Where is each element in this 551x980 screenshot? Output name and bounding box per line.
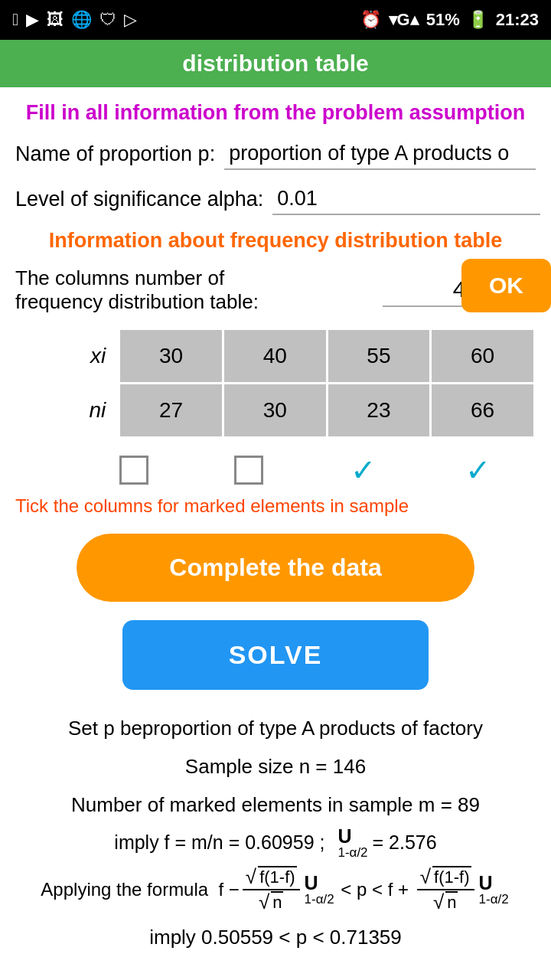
- instruction-text: Fill in all information from the problem…: [15, 101, 536, 125]
- result-line-1: Set p beproportion of type A products of…: [15, 711, 536, 745]
- left-fraction: f(1-f) n: [243, 865, 300, 914]
- facebook-icon: : [12, 10, 18, 30]
- ni-cell-2[interactable]: 30: [223, 384, 327, 438]
- right-numerator: f(1-f): [417, 865, 474, 890]
- image-icon: 🖼: [47, 10, 64, 30]
- u-subscript-text: 1-α/2: [337, 846, 367, 859]
- status-info: ⏰ ▾G▴ 51% 🔋 21:23: [360, 10, 539, 30]
- checkbox-cell-4: ✓: [421, 452, 536, 488]
- u-subscript-left: U 1-α/2: [305, 874, 334, 906]
- ni-cell-4[interactable]: 66: [431, 384, 535, 438]
- alpha-input[interactable]: [272, 184, 540, 215]
- right-denominator: n: [430, 890, 461, 914]
- checkbox-2[interactable]: [234, 456, 263, 485]
- main-content: Fill in all information from the problem…: [0, 87, 551, 980]
- columns-row: The columns number offrequency distribut…: [15, 266, 536, 314]
- u-subscript-1: U 1-α/2: [337, 827, 367, 859]
- checkbox-row: ✓ ✓: [15, 452, 536, 488]
- play-icon: ▶: [26, 10, 39, 30]
- proportion-field-row: Name of proportion p:: [15, 139, 536, 170]
- proportion-label: Name of proportion p:: [15, 142, 215, 166]
- middle-inequality: < p < f +: [336, 879, 414, 900]
- checkbox-cell-2: [191, 456, 306, 485]
- xi-cell-2[interactable]: 40: [223, 329, 327, 384]
- checkbox-cell-3: ✓: [306, 452, 421, 488]
- clock: 21:23: [496, 10, 539, 30]
- xi-row: xi 30 40 55 60: [15, 329, 535, 384]
- right-denom-inner: n: [445, 891, 458, 913]
- ni-row: ni 27 30 23 66: [15, 384, 535, 438]
- right-fraction: f(1-f) n: [417, 865, 474, 914]
- xi-label: xi: [15, 329, 119, 384]
- page-title: distribution table: [182, 51, 368, 76]
- checkbox-4[interactable]: ✓: [465, 452, 491, 488]
- xi-cell-4[interactable]: 60: [431, 329, 535, 384]
- battery-icon: 🔋: [468, 10, 488, 30]
- proportion-input[interactable]: [224, 139, 536, 170]
- imply-f-text: imply f = m/n = 0.60959 ;: [114, 831, 324, 854]
- section-title: Information about frequency distribution…: [15, 229, 536, 253]
- result-line-2: Sample size n = 146: [15, 750, 536, 783]
- u-label: U: [337, 827, 351, 846]
- applying-formula-line: Applying the formula f − f(1-f) n U 1-α/…: [15, 865, 536, 914]
- right-sqrt-inner: f(1-f): [432, 866, 471, 887]
- complete-data-button[interactable]: Complete the data: [77, 534, 474, 602]
- xi-cell-3[interactable]: 55: [327, 329, 431, 384]
- shield-icon: 🛡: [99, 10, 116, 30]
- u-subscript-right: U 1-α/2: [479, 874, 509, 906]
- left-denominator: n: [256, 890, 287, 914]
- checkbox-1[interactable]: [119, 456, 148, 485]
- battery-level: 51%: [426, 10, 460, 30]
- alarm-icon: ⏰: [360, 10, 381, 30]
- imply-f-line: imply f = m/n = 0.60959 ; U 1-α/2 = 2.57…: [15, 827, 536, 859]
- arrow-icon: ▷: [124, 10, 137, 30]
- checkbox-cell-1: [77, 456, 191, 485]
- left-sqrt-inner: f(1-f): [258, 866, 296, 887]
- u-value: = 2.576: [373, 831, 437, 854]
- header: distribution table: [0, 40, 551, 87]
- wifi-icon: ▾G▴: [389, 10, 419, 30]
- left-numerator: f(1-f): [243, 865, 300, 890]
- browser-icon: 🌐: [71, 10, 92, 30]
- ni-cell-1[interactable]: 27: [119, 384, 223, 438]
- left-denom-inner: n: [271, 891, 283, 913]
- solve-button[interactable]: SOLVE: [122, 620, 429, 690]
- applying-label: Applying the formula: [41, 879, 218, 900]
- ni-label: ni: [15, 384, 119, 438]
- xi-cell-1[interactable]: 30: [119, 329, 223, 384]
- status-icons:  ▶ 🖼 🌐 🛡 ▷: [12, 10, 137, 30]
- status-bar:  ▶ 🖼 🌐 🛡 ▷ ⏰ ▾G▴ 51% 🔋 21:23: [0, 0, 551, 40]
- ni-cell-3[interactable]: 23: [327, 384, 431, 438]
- checkbox-3[interactable]: ✓: [350, 452, 377, 488]
- final-result: imply 0.50559 < p < 0.71359: [15, 920, 536, 954]
- data-table: xi 30 40 55 60 ni 27 30 23 66: [15, 328, 536, 439]
- formula-f-minus: f −: [218, 879, 239, 900]
- ok-button[interactable]: OK: [461, 259, 551, 312]
- alpha-field-row: Level of significance alpha:: [15, 184, 536, 215]
- tick-note: Tick the columns for marked elements in …: [15, 495, 536, 517]
- result-line-3: Number of marked elements in sample m = …: [15, 788, 536, 822]
- columns-label: The columns number offrequency distribut…: [15, 266, 373, 314]
- alpha-label: Level of significance alpha:: [15, 188, 263, 211]
